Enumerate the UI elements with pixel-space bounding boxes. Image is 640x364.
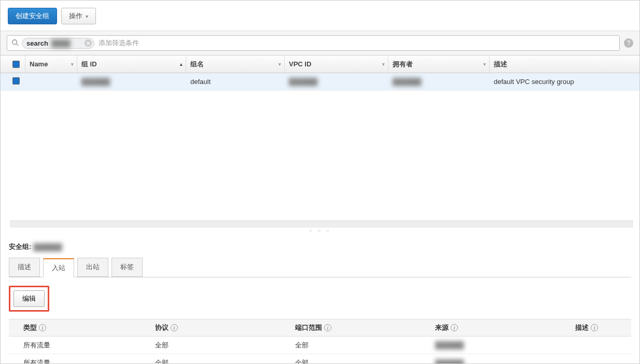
tab-inbound[interactable]: 入站 [43, 258, 74, 277]
search-token-text: search [26, 39, 48, 47]
table-body-empty [1, 91, 639, 220]
cell-description: default VPC security group [490, 78, 639, 86]
rcol-description: 描述i [569, 323, 631, 332]
create-security-group-button[interactable]: 创建安全组 [8, 8, 57, 24]
edit-highlight: 编辑 [9, 286, 49, 312]
cell-vpc-id: ██████ [285, 78, 388, 86]
tab-description[interactable]: 描述 [9, 258, 40, 277]
horizontal-scrollbar[interactable] [10, 220, 633, 228]
table-header: Name▾ 组 ID▴ 组名▾ VPC ID▾ 拥有者▾ 描述 [1, 55, 639, 73]
col-vpc-id[interactable]: VPC ID▾ [285, 55, 388, 73]
actions-label: 操作 [69, 11, 82, 21]
rcol-port-range: 端口范围i [289, 323, 429, 332]
info-icon[interactable]: i [39, 324, 46, 331]
cell-group-name: default [186, 78, 285, 86]
rcol-source: 来源i [429, 323, 569, 332]
detail-tabs: 描述 入站 出站 标签 [9, 258, 631, 277]
edit-button[interactable]: 编辑 [13, 290, 45, 307]
rules-header: 类型i 协议i 端口范围i 来源i 描述i [9, 319, 631, 337]
info-icon[interactable]: i [451, 324, 458, 331]
rule-port-range: 全部 [289, 341, 429, 350]
panel-resize-handle[interactable]: ○ ○ ○ [1, 228, 639, 234]
detail-panel: 安全组: ██████ 描述 入站 出站 标签 编辑 类型i 协议i 端口范围i… [1, 234, 639, 364]
rule-type: 所有流量 [9, 341, 149, 350]
chevron-down-icon: ▾ [86, 13, 88, 19]
select-all-checkbox[interactable] [7, 55, 25, 73]
clear-token-icon[interactable]: ✕ [85, 39, 92, 47]
sort-icon: ▾ [279, 62, 281, 67]
rule-port-range: 全部 [289, 358, 429, 364]
cell-owner: ██████ [388, 78, 490, 86]
info-icon[interactable]: i [591, 324, 598, 331]
detail-title: 安全组: ██████ [9, 242, 631, 251]
rule-row: 所有流量 全部 全部 ██████ [9, 337, 631, 354]
col-group-name[interactable]: 组名▾ [186, 55, 285, 73]
search-icon [11, 39, 19, 48]
search-token-redacted: ████ [51, 39, 71, 47]
info-icon[interactable]: i [171, 324, 178, 331]
tab-outbound[interactable]: 出站 [77, 258, 108, 277]
search-row: search ████ ✕ 添加筛选条件 ? [1, 31, 639, 55]
search-placeholder: 添加筛选条件 [99, 38, 139, 48]
search-token[interactable]: search ████ ✕ [22, 38, 94, 49]
rule-source: ██████ [429, 359, 569, 365]
info-icon[interactable]: i [324, 324, 331, 331]
toolbar: 创建安全组 操作 ▾ [1, 1, 639, 31]
col-group-id[interactable]: 组 ID▴ [77, 55, 186, 73]
col-description[interactable]: 描述 [490, 55, 639, 73]
rule-row: 所有流量 全部 全部 ██████ [9, 354, 631, 364]
table-row[interactable]: ██████ default ██████ ██████ default VPC… [1, 73, 639, 91]
help-icon[interactable]: ? [624, 38, 633, 48]
rcol-type: 类型i [9, 323, 149, 332]
svg-point-0 [12, 39, 17, 44]
sort-icon: ▾ [71, 62, 74, 67]
sort-icon: ▾ [483, 62, 486, 67]
rule-type: 所有流量 [9, 358, 149, 364]
cell-group-id: ██████ [77, 78, 186, 86]
rcol-protocol: 协议i [149, 323, 289, 332]
sort-icon: ▾ [382, 62, 385, 67]
rule-protocol: 全部 [149, 358, 289, 364]
row-checkbox[interactable] [7, 77, 25, 86]
rule-source: ██████ [429, 341, 569, 349]
rule-protocol: 全部 [149, 341, 289, 350]
svg-line-1 [17, 44, 19, 46]
tab-tags[interactable]: 标签 [112, 258, 143, 277]
col-owner[interactable]: 拥有者▾ [388, 55, 490, 73]
detail-title-value: ██████ [33, 243, 62, 251]
sort-asc-icon: ▴ [180, 62, 183, 67]
col-name[interactable]: Name▾ [25, 55, 77, 73]
tab-panel-inbound: 编辑 类型i 协议i 端口范围i 来源i 描述i 所有流量 全部 全部 ████… [9, 277, 631, 364]
search-input[interactable]: search ████ ✕ 添加筛选条件 [7, 35, 620, 51]
actions-button[interactable]: 操作 ▾ [61, 8, 96, 24]
